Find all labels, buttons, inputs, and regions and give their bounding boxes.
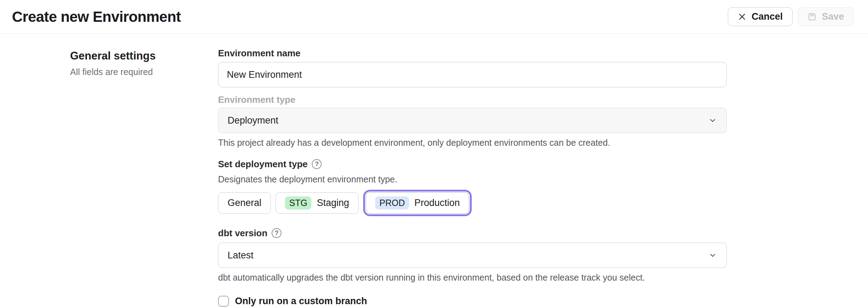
production-badge: PROD (375, 196, 409, 209)
environment-name-field: Environment name (218, 48, 727, 87)
environment-type-value: Deployment (228, 115, 278, 126)
dbt-version-helper: dbt automatically upgrades the dbt versi… (218, 272, 727, 283)
cancel-button-label: Cancel (751, 11, 783, 22)
dbt-version-label: dbt version (218, 228, 267, 238)
deployment-type-options: General STG Staging PROD Production (218, 190, 727, 216)
deployment-type-general-button[interactable]: General (218, 192, 271, 214)
help-icon[interactable] (312, 159, 322, 169)
deployment-type-production-button[interactable]: PROD Production (366, 192, 469, 214)
page-title: Create new Environment (12, 8, 181, 25)
header-actions: Cancel Save (728, 7, 854, 26)
staging-badge: STG (285, 196, 311, 209)
section-heading: General settings (70, 50, 204, 62)
save-icon (807, 12, 817, 21)
custom-branch-row[interactable]: Only run on a custom branch (218, 296, 727, 307)
deployment-type-production-label: Production (414, 198, 460, 208)
settings-section-intro: General settings All fields are required (0, 34, 218, 307)
close-icon (738, 12, 746, 21)
dbt-version-label-row: dbt version (218, 228, 727, 238)
environment-type-label: Environment type (218, 94, 727, 105)
save-button[interactable]: Save (798, 7, 854, 26)
deployment-type-label-row: Set deployment type (218, 159, 727, 169)
save-button-label: Save (822, 11, 844, 22)
chevron-down-icon (708, 251, 717, 260)
deployment-type-staging-label: Staging (317, 198, 349, 208)
environment-name-label: Environment name (218, 48, 727, 58)
deployment-type-helper: Designates the deployment environment ty… (218, 174, 727, 185)
deployment-type-general-label: General (228, 198, 261, 208)
dbt-version-select[interactable]: Latest (218, 243, 727, 268)
page-header: Create new Environment Cancel Save (0, 0, 868, 34)
environment-form: Environment name Environment type Deploy… (218, 34, 727, 307)
custom-branch-checkbox[interactable] (218, 296, 229, 307)
deployment-type-staging-button[interactable]: STG Staging (275, 192, 359, 214)
cancel-button[interactable]: Cancel (728, 7, 793, 26)
custom-branch-label: Only run on a custom branch (235, 296, 367, 307)
dbt-version-field: dbt version Latest dbt automatically upg… (218, 228, 727, 283)
environment-type-field: Environment type Deployment This project… (218, 94, 727, 148)
deployment-type-label: Set deployment type (218, 159, 308, 169)
help-icon[interactable] (272, 228, 281, 238)
deployment-type-field: Set deployment type Designates the deplo… (218, 159, 727, 216)
page-content: General settings All fields are required… (0, 34, 868, 307)
environment-type-helper: This project already has a development e… (218, 137, 727, 148)
chevron-down-icon (708, 116, 717, 125)
environment-type-select[interactable]: Deployment (218, 108, 727, 133)
environment-name-input[interactable] (218, 62, 727, 87)
section-subheading: All fields are required (70, 67, 204, 77)
dbt-version-value: Latest (228, 250, 254, 261)
